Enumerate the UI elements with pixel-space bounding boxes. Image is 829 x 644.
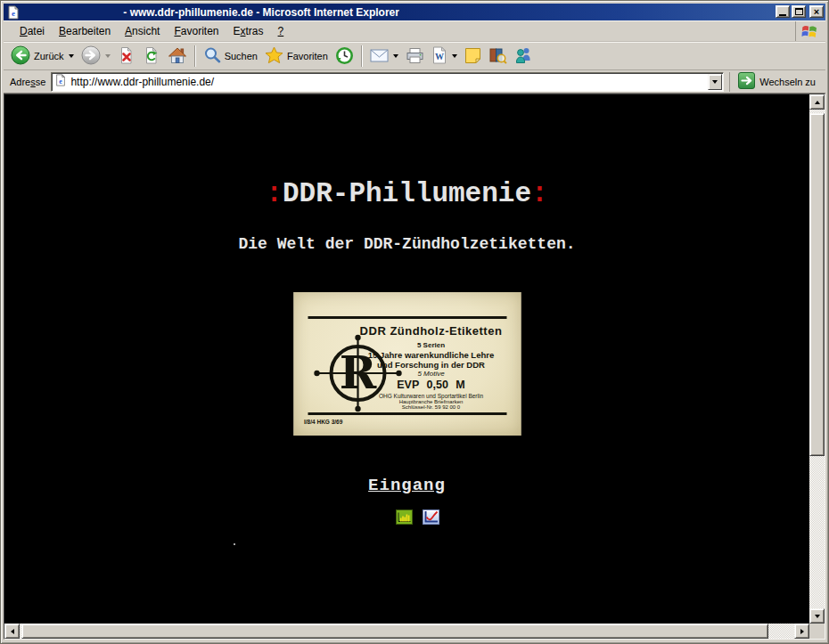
- search-button[interactable]: Suchen: [200, 45, 261, 68]
- label-corner-text: I/8/4 HKG 3/69: [304, 419, 342, 425]
- word-page-icon: W: [431, 46, 447, 66]
- label-line2: und Forschung in der DDR: [345, 360, 517, 370]
- title-colon-right: :: [531, 178, 548, 209]
- minimize-icon: [779, 14, 786, 16]
- windows-flag-logo: [795, 21, 822, 41]
- chevron-down-icon: [712, 80, 718, 84]
- ie-page-icon-small: e: [54, 73, 67, 91]
- counter-icons: [15, 509, 809, 529]
- menu-item-extras[interactable]: Extras: [226, 22, 271, 41]
- arrow-up-icon: [815, 101, 820, 104]
- ie-page-icon: e: [6, 5, 21, 20]
- research-button[interactable]: [485, 45, 511, 68]
- back-dropdown-icon[interactable]: [69, 54, 74, 58]
- minimize-button[interactable]: [776, 5, 790, 18]
- arrow-right-icon: [800, 629, 804, 634]
- maximize-button[interactable]: [792, 5, 806, 18]
- vertical-scroll-thumb[interactable]: [809, 113, 825, 456]
- label-bottom-rule: [308, 412, 506, 415]
- arrow-left-icon: [11, 629, 14, 634]
- address-bar: Adresse e http://www.ddr-phillumenie.de/: [4, 70, 825, 94]
- vertical-scrollbar[interactable]: [809, 94, 825, 624]
- page-subtitle: Die Welt der DDR-Zündholzetiketten.: [4, 235, 809, 253]
- scroll-up-button[interactable]: [809, 94, 825, 110]
- edit-word-button[interactable]: W: [428, 45, 461, 68]
- toolbar-separator: [361, 45, 363, 67]
- title-colon-left: :: [266, 178, 283, 209]
- back-label: Zurück: [34, 51, 64, 61]
- refresh-icon: [143, 46, 160, 67]
- vertical-scroll-track[interactable]: [809, 110, 825, 608]
- favorites-label: Favoriten: [287, 51, 328, 61]
- go-label: Wechseln zu: [759, 77, 816, 87]
- history-icon: [335, 46, 354, 67]
- label-line1: 15 Jahre warenkundliche Lehre: [345, 350, 517, 360]
- scroll-left-button[interactable]: [4, 624, 20, 639]
- label-small3: Schlüssel-Nr. 59 92 00 0: [345, 404, 517, 410]
- eingang-link[interactable]: Eingang: [4, 476, 809, 495]
- mail-button[interactable]: [366, 47, 402, 66]
- label-price: EVP 0,50 M: [345, 379, 517, 391]
- go-arrow-icon: [738, 72, 755, 91]
- edit-dropdown-icon[interactable]: [452, 54, 457, 58]
- print-button[interactable]: [402, 45, 428, 68]
- history-button[interactable]: [332, 45, 357, 69]
- browser-window: e - www.ddr-phillumenie.de - Microsoft I…: [0, 0, 829, 644]
- sticky-note-icon: [464, 47, 481, 66]
- address-url[interactable]: http://www.ddr-phillumenie.de/: [70, 76, 214, 88]
- mail-icon: [370, 49, 389, 64]
- svg-text:e: e: [60, 77, 63, 85]
- notes-button[interactable]: [461, 45, 485, 68]
- svg-text:e: e: [12, 9, 15, 18]
- menu-item-bearbeiten[interactable]: Bearbeiten: [52, 22, 118, 41]
- counter-graph-icon[interactable]: [423, 509, 439, 529]
- mail-dropdown-icon[interactable]: [393, 54, 398, 58]
- home-button[interactable]: [164, 45, 191, 68]
- stray-dot: [234, 543, 235, 545]
- title-text: DDR-Phillumenie: [283, 178, 531, 209]
- menu-item-hilfe[interactable]: ?: [271, 22, 291, 41]
- stop-icon: [118, 46, 135, 67]
- horizontal-scroll-track[interactable]: [20, 624, 794, 639]
- book-magnifier-icon: [488, 46, 507, 66]
- label-small1: OHG Kulturwaren und Sportartikel Berlin: [345, 393, 517, 399]
- page-content: :DDR-Phillumenie: Die Welt der DDR-Zündh…: [4, 94, 809, 624]
- stop-button[interactable]: [114, 45, 139, 69]
- maximize-icon: [795, 8, 803, 15]
- forward-icon: [81, 45, 101, 67]
- home-icon: [168, 46, 187, 66]
- search-icon: [203, 46, 221, 66]
- horizontal-scrollbar[interactable]: [4, 624, 809, 639]
- scroll-down-button[interactable]: [809, 608, 825, 624]
- menu-item-favoriten[interactable]: Favoriten: [167, 22, 226, 41]
- forward-button[interactable]: [78, 44, 114, 69]
- titlebar[interactable]: e - www.ddr-phillumenie.de - Microsoft I…: [4, 4, 825, 20]
- address-label: Adresse: [6, 77, 51, 87]
- back-icon: [11, 45, 30, 67]
- favorites-button[interactable]: Favoriten: [261, 45, 332, 68]
- messenger-people-icon: [514, 46, 533, 66]
- label-heading: DDR Zündholz-Etiketten: [345, 324, 517, 338]
- window-title: - www.ddr-phillumenie.de - Microsoft Int…: [120, 6, 399, 19]
- horizontal-scroll-thumb[interactable]: [21, 624, 768, 639]
- address-dropdown-button[interactable]: [708, 74, 722, 90]
- messenger-button[interactable]: [511, 45, 537, 68]
- go-button[interactable]: Wechseln zu: [729, 72, 823, 92]
- address-input[interactable]: e http://www.ddr-phillumenie.de/: [51, 72, 724, 92]
- counter-bars-icon[interactable]: [396, 509, 413, 529]
- page-title: :DDR-Phillumenie:: [4, 178, 809, 209]
- menubar: Datei Bearbeiten Ansicht Favoriten Extra…: [4, 20, 825, 42]
- toolbar: Zurück: [4, 42, 825, 70]
- close-button[interactable]: ×: [809, 5, 824, 18]
- label-motive: 5 Motive: [345, 370, 517, 378]
- matchbox-label-image: R DDR Zündholz-Etiketten 5 Serien 15 Jah…: [293, 292, 521, 436]
- forward-dropdown-icon[interactable]: [105, 54, 111, 58]
- back-button[interactable]: Zurück: [7, 44, 78, 69]
- menu-item-datei[interactable]: Datei: [12, 22, 52, 41]
- refresh-button[interactable]: [139, 45, 164, 69]
- print-icon: [406, 47, 424, 66]
- toolbar-separator: [194, 45, 196, 67]
- search-label: Suchen: [225, 51, 258, 61]
- menu-item-ansicht[interactable]: Ansicht: [118, 22, 167, 41]
- scroll-right-button[interactable]: [794, 624, 809, 639]
